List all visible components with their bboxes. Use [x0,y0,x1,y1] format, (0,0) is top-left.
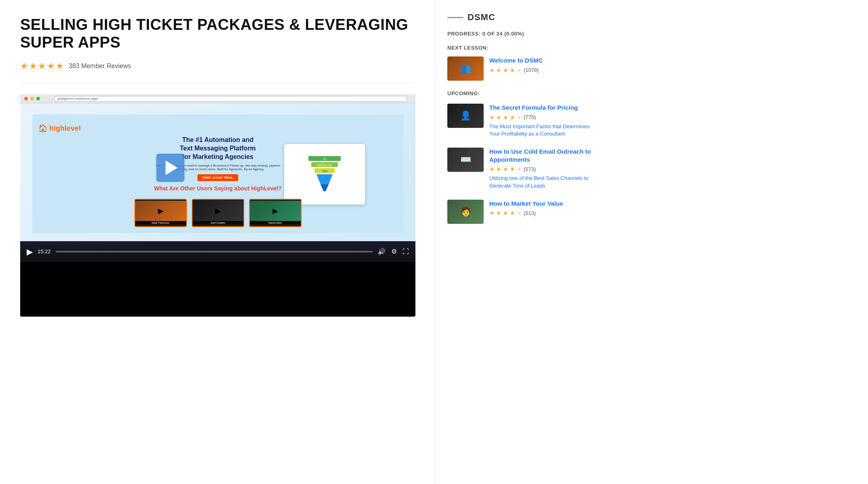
lesson-2-stars: ★ ★ ★ ★ ★ (573) [489,166,594,172]
lesson-2-info: How to Use Cold Email Outreach to Appoin… [489,148,594,190]
mac-max-dot [36,97,40,100]
lesson-1-desc: The Most Important Factor that Determine… [489,123,594,138]
star-5: ★ [56,61,64,71]
svg-text:15%: 15% [322,170,327,173]
rating-row: ★ ★ ★ ★ ★ 383 Member Reviews [20,61,415,71]
svg-text:$29,921.00: $29,921.00 [317,164,331,167]
next-lesson-stars: ★ ★ ★ ★ ★ (1078) [489,67,594,73]
lesson-1-info: The Secret Formula for Pricing ★ ★ ★ ★ ★… [489,104,594,138]
svg-text:20: 20 [323,158,326,161]
fullscreen-icon[interactable]: ⛶ [403,248,409,255]
review-count: 383 Member Reviews [69,63,131,70]
star-1: ★ [20,61,28,71]
testimonial-3: ▶ Rahul Alim [249,199,302,227]
video-play-button[interactable] [156,154,185,182]
play-pause-button[interactable]: ▶ [27,247,33,257]
video-screen: gohighlevel.com/home-page 🏠 highlevel Th… [20,94,415,241]
main-content: SELLING HIGH TICKET PACKAGES & LEVERAGIN… [0,0,436,484]
lesson-2-title[interactable]: How to Use Cold Email Outreach to Appoin… [489,148,594,163]
svg-marker-7 [321,184,329,191]
funnel-graphic: 20 $29,921.00 15% [284,144,365,204]
sidebar-brand: DSMC [447,12,594,23]
browser-bar: gohighlevel.com/home-page [20,94,415,103]
video-controls-bar: ▶ 15:22 🔊 ⚙ ⛶ [20,241,415,262]
mac-close-dot [24,97,28,100]
next-lesson-thumbnail: 👥 [447,56,484,81]
upcoming-lesson-3[interactable]: 🧑 How to Market Your Value ★ ★ ★ ★ ★ (51… [447,200,594,224]
next-lesson-title[interactable]: Welcome to DSMC [489,56,594,65]
next-lesson-label: NEXT LESSON: [447,45,594,51]
testimonial-name-3: Rahul Alim [250,221,301,225]
progress-label: PROGRESS: 0 OF 24 (0.00%) [447,31,594,37]
svg-marker-6 [317,174,333,184]
upcoming-lesson-2[interactable]: ⌨️ How to Use Cold Email Outreach to App… [447,148,594,190]
next-lesson-info: Welcome to DSMC ★ ★ ★ ★ ★ (1078) [489,56,594,76]
lesson-1-stars: ★ ★ ★ ★ ★ (770) [489,114,594,121]
video-player[interactable]: gohighlevel.com/home-page 🏠 highlevel Th… [20,94,415,317]
lesson-3-title[interactable]: How to Market Your Value [489,200,594,208]
highlevel-logo: 🏠 highlevel [38,124,81,133]
upcoming-lesson-1[interactable]: 👤 The Secret Formula for Pricing ★ ★ ★ ★… [447,104,594,138]
testimonial-name-2: Joel Cowen [193,221,243,225]
lesson-2-desc: Utilizing one of the Best Sales Channels… [489,175,594,190]
url-bar: gohighlevel.com/home-page [55,96,407,102]
play-triangle-icon [166,161,178,175]
testimonial-name-1: Matt Peterson [135,221,186,225]
star-3: ★ [38,61,46,71]
upcoming-label: UPCOMING: [447,90,594,96]
next-lesson-item[interactable]: 👥 Welcome to DSMC ★ ★ ★ ★ ★ (1078) [447,56,594,81]
lesson-1-thumbnail: 👤 [447,104,484,128]
mac-min-dot [30,97,34,100]
divider [20,83,415,83]
star-2: ★ [29,61,37,71]
lesson-3-info: How to Market Your Value ★ ★ ★ ★ ★ (513) [489,200,594,219]
lesson-3-stars: ★ ★ ★ ★ ★ (513) [489,210,594,216]
video-progress-bar[interactable] [56,251,373,252]
testimonial-1: ▶ Matt Peterson [134,199,187,227]
lesson-1-title[interactable]: The Secret Formula for Pricing [489,104,594,112]
testimonial-thumbnails: ▶ Matt Peterson ▶ Joel Cowen ▶ Rahul Ali… [134,199,302,227]
video-control-icons: 🔊 ⚙ ⛶ [377,248,409,255]
brand-name: DSMC [468,12,495,23]
video-time: 15:22 [38,248,51,255]
funnel-svg: 20 $29,921.00 15% [306,154,343,194]
volume-icon[interactable]: 🔊 [377,248,386,255]
next-lesson-thumb-img: 👥 [447,56,484,81]
testimonial-header: What Are Other Users Saying about HighLe… [154,185,281,192]
hl-cta-button[interactable]: FREE 14 DAY TRIAL [197,174,238,181]
course-stars: ★ ★ ★ ★ ★ [20,61,64,71]
star-4: ★ [47,61,55,71]
lesson-2-thumbnail: ⌨️ [447,148,484,172]
testimonial-2: ▶ Joel Cowen [192,199,244,227]
sidebar: DSMC PROGRESS: 0 OF 24 (0.00%) NEXT LESS… [436,0,606,484]
lesson-3-thumbnail: 🧑 [447,200,484,224]
course-title: SELLING HIGH TICKET PACKAGES & LEVERAGIN… [20,16,415,51]
hl-tagline: The #1 Automation andText Messaging Plat… [180,136,256,161]
browser-content: 🏠 highlevel The #1 Automation andText Me… [32,115,403,233]
progress-section: PROGRESS: 0 OF 24 (0.00%) [447,31,594,37]
settings-icon[interactable]: ⚙ [391,248,397,255]
brand-line [447,17,463,18]
